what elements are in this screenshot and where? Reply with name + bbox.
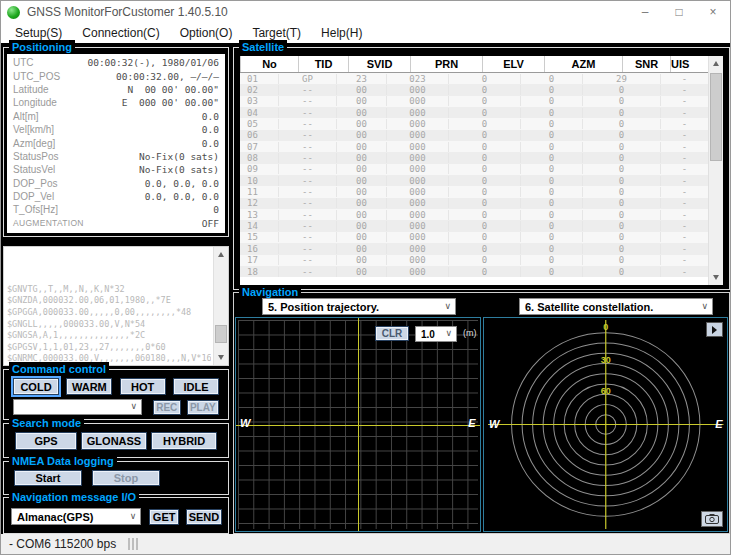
menu-bar: Setup(S)Connection(C)Option(O)Target(T)H… bbox=[1, 23, 730, 43]
positioning-row: StatusVel No-Fix(0 sats) bbox=[7, 163, 225, 176]
play-button[interactable]: PLAY bbox=[187, 400, 219, 415]
table-row: 03-- 00000 00 0- bbox=[240, 96, 708, 107]
constellation-canvas: 0 30 60 W E bbox=[484, 318, 728, 531]
nav-message-select[interactable]: Almanac(GPS) ∨ bbox=[11, 508, 141, 525]
satellite-column-header: TID bbox=[298, 56, 348, 72]
nmea-log-line: $GNVTG,,T,,M,,N,,K,N*32 bbox=[7, 284, 211, 296]
positioning-label: Alt[m] bbox=[13, 111, 39, 122]
search-mode-group: Search mode GPS GLONASS HYBRID bbox=[3, 423, 229, 458]
hybrid-button[interactable]: HYBRID bbox=[151, 432, 217, 450]
chevron-down-icon: ∨ bbox=[701, 301, 708, 311]
positioning-row: Latitude N 00 00' 00.00" bbox=[7, 83, 225, 96]
positioning-table: UTC 00:00:32(-), 1980/01/06 UTC_POS 00:0… bbox=[7, 54, 225, 233]
menu-item[interactable]: Option(O) bbox=[170, 26, 243, 40]
positioning-label: Vel[km/h] bbox=[13, 124, 54, 135]
glonass-button[interactable]: GLONASS bbox=[81, 432, 147, 450]
command-buttons: COLD WARM HOT IDLE bbox=[13, 378, 219, 395]
idle-button[interactable]: IDLE bbox=[173, 378, 219, 395]
left-view-value: 5. Position trajectory. bbox=[268, 301, 379, 313]
positioning-row: Alt[m] 0.0 bbox=[7, 110, 225, 123]
west-label: W bbox=[240, 417, 250, 429]
menu-item[interactable]: Connection(C) bbox=[72, 26, 169, 40]
scroll-thumb[interactable] bbox=[710, 73, 722, 161]
table-row: 16-- 00000 00 0- bbox=[240, 243, 708, 254]
expand-button[interactable] bbox=[706, 322, 723, 337]
positioning-row: UTC 00:00:32(-), 1980/01/06 bbox=[7, 56, 225, 69]
scale-select[interactable]: 1.0 ∨ bbox=[415, 326, 457, 342]
menu-item[interactable]: Target(T) bbox=[242, 26, 311, 40]
positioning-value: 00:00:32.00, —/—/— bbox=[116, 71, 219, 82]
status-bar: - COM6 115200 bps bbox=[1, 534, 730, 554]
positioning-row: Azm[deg] 0.0 bbox=[7, 136, 225, 149]
maximize-button[interactable]: □ bbox=[662, 1, 696, 23]
table-row: 10-- 00000 00 0- bbox=[240, 175, 708, 186]
menu-item[interactable]: Setup(S) bbox=[5, 26, 72, 40]
positioning-value: No-Fix(0 sats) bbox=[139, 164, 219, 175]
satellite-scrollbar[interactable] bbox=[708, 56, 723, 285]
table-row: 12-- 00000 00 0- bbox=[240, 198, 708, 209]
command-select[interactable]: ∨ bbox=[13, 399, 142, 415]
title-bar: GNSS MonitorForCustomer 1.40.5.10 – □ × bbox=[1, 1, 730, 23]
positioning-label: T_Ofs[Hz] bbox=[13, 204, 58, 215]
positioning-row: DOP_Vel 0.0, 0.0, 0.0 bbox=[7, 190, 225, 203]
nmea-log-box[interactable]: $GNVTG,,T,,M,,N,,K,N*32$GNZDA,000032.00,… bbox=[3, 246, 229, 366]
camera-icon bbox=[705, 514, 719, 524]
table-row: 05-- 00000 00 0- bbox=[240, 118, 708, 129]
menu-item[interactable]: Help(H) bbox=[311, 26, 372, 40]
satellite-column-header: No bbox=[240, 56, 298, 72]
play-arrow-icon bbox=[712, 326, 717, 334]
stop-button[interactable]: Stop bbox=[92, 470, 160, 486]
table-row: 09-- 00000 00 0- bbox=[240, 164, 708, 175]
app-globe-icon bbox=[7, 6, 20, 19]
send-button[interactable]: SEND bbox=[186, 509, 222, 525]
left-view-select[interactable]: 5. Position trajectory. ∨ bbox=[262, 298, 456, 315]
positioning-row: DOP_Pos 0.0, 0.0, 0.0 bbox=[7, 177, 225, 190]
positioning-label: DOP_Vel bbox=[13, 191, 54, 202]
table-row: 02-- 00000 00 0- bbox=[240, 84, 708, 95]
gps-button[interactable]: GPS bbox=[15, 432, 77, 450]
close-button[interactable]: × bbox=[696, 1, 730, 23]
positioning-label: Longitude bbox=[13, 97, 57, 108]
scroll-down-icon[interactable] bbox=[709, 270, 723, 285]
minimize-button[interactable]: – bbox=[628, 1, 662, 23]
start-button[interactable]: Start bbox=[14, 470, 82, 486]
satellite-column-header: PRN bbox=[410, 56, 482, 72]
screenshot-button[interactable] bbox=[701, 511, 723, 527]
table-row: 13-- 00000 00 0- bbox=[240, 209, 708, 220]
positioning-label: AUGMENTATION bbox=[13, 218, 84, 228]
nmea-log-lines: $GNVTG,,T,,M,,N,,K,N*32$GNZDA,000032.00,… bbox=[7, 249, 211, 363]
command-control-group: Command control COLD WARM HOT IDLE ∨ REC… bbox=[3, 369, 229, 420]
scroll-up-icon[interactable] bbox=[709, 56, 723, 71]
positioning-group: Positioning UTC 00:00:32(-), 1980/01/06 … bbox=[3, 47, 229, 237]
warm-button[interactable]: WARM bbox=[66, 378, 112, 395]
nmea-log-line: $GNGLL,,,,,000033.00,V,N*54 bbox=[7, 319, 211, 331]
table-row: 17-- 00000 00 0- bbox=[240, 255, 708, 266]
satellite-column-header: SNR bbox=[622, 56, 670, 72]
trajectory-axis-vertical bbox=[358, 318, 359, 531]
window-title: GNSS MonitorForCustomer 1.40.5.10 bbox=[27, 5, 228, 19]
scroll-down-icon[interactable] bbox=[214, 350, 228, 365]
nmea-log-line: $GNZDA,000032.00,06,01,1980,,*7E bbox=[7, 295, 211, 307]
table-row: 14-- 00000 00 0- bbox=[240, 220, 708, 231]
right-view-value: 6. Satellite constellation. bbox=[525, 301, 653, 313]
right-view-select[interactable]: 6. Satellite constellation. ∨ bbox=[519, 298, 713, 315]
cold-button[interactable]: COLD bbox=[13, 378, 59, 395]
nmea-log-line: $GPGSV,1,1,01,23,,27,,,,,,,0*60 bbox=[7, 342, 211, 354]
rec-button[interactable]: REC bbox=[153, 400, 181, 415]
positioning-value: 0.0 bbox=[202, 111, 219, 122]
command-control-title: Command control bbox=[9, 362, 109, 376]
hot-button[interactable]: HOT bbox=[120, 378, 166, 395]
table-row: 04-- 00000 00 0- bbox=[240, 107, 708, 118]
clr-button[interactable]: CLR bbox=[375, 326, 409, 341]
scroll-up-icon[interactable] bbox=[214, 247, 228, 262]
get-button[interactable]: GET bbox=[149, 509, 178, 525]
nmea-log-scrollbar[interactable] bbox=[213, 247, 228, 365]
nav-message-select-value: Almanac(GPS) bbox=[17, 511, 93, 523]
scroll-thumb[interactable] bbox=[215, 325, 227, 343]
positioning-value: 00:00:32(-), 1980/01/06 bbox=[87, 57, 219, 68]
positioning-value: 0.0, 0.0, 0.0 bbox=[145, 191, 219, 202]
navigation-group: Navigation 5. Position trajectory. ∨ 6. … bbox=[233, 292, 730, 534]
positioning-label: Latitude bbox=[13, 84, 49, 95]
scale-unit-label: (m) bbox=[463, 328, 477, 338]
positioning-row: AUGMENTATION OFF bbox=[7, 217, 225, 230]
